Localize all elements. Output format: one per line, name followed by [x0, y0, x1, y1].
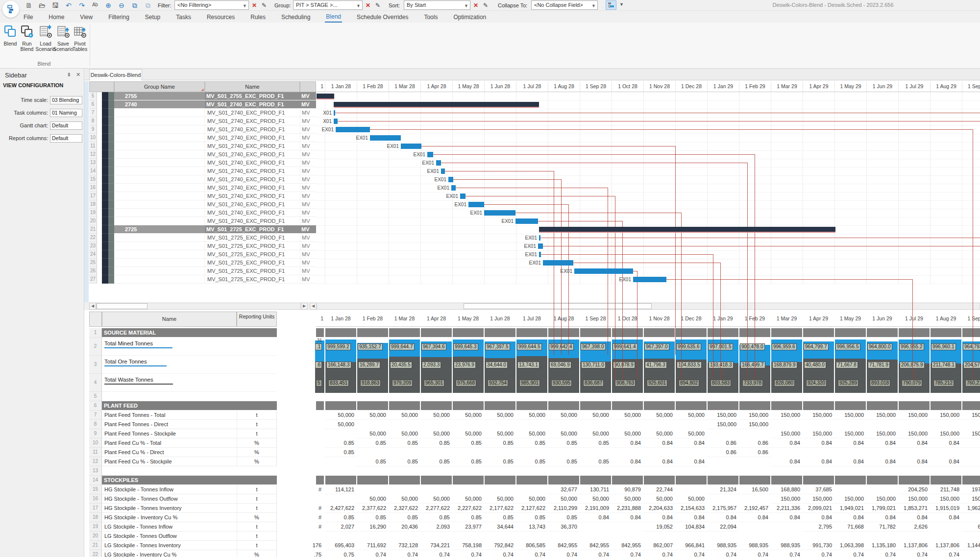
task-name-cell[interactable]: MV_S01_2740_EXC_PROD_F1 [205, 109, 300, 117]
task-name-cell[interactable]: MV_S01_2740_EXC_PROD_F1 [205, 100, 300, 109]
ribbon-tab-tools[interactable]: Tools [423, 12, 439, 22]
sidebar-field-reportcolumns[interactable]: Default [50, 134, 82, 143]
new-document-icon[interactable]: 🗎 [24, 0, 34, 10]
task-name-cell[interactable]: MV_S01_2740_EXC_PROD_F1 [205, 159, 300, 167]
group-name-cell[interactable]: 2740 [114, 100, 205, 109]
gantt-task-bar[interactable] [574, 268, 633, 274]
task-name-cell[interactable]: MV_S01_2725_EXC_PROD_F1 [205, 242, 300, 250]
table-hscroll-right-button[interactable]: ▶ [301, 303, 308, 310]
group-name-cell[interactable]: 2755 [114, 92, 205, 100]
doc-tab[interactable]: Deswik-Colors-Blend [89, 69, 142, 80]
task-name-cell[interactable]: MV_S01_2740_EXC_PROD_F1 [205, 175, 300, 184]
ribbon-tab-optimization[interactable]: Optimization [452, 12, 487, 22]
ribbon-tab-rules[interactable]: Rules [249, 12, 267, 22]
chevron-down-icon[interactable]: ▼ [619, 2, 624, 7]
group-edit-icon[interactable]: ✎ [375, 0, 380, 10]
gantt-task-bar[interactable] [370, 135, 401, 141]
broken-link-icon[interactable]: ⧉ [143, 0, 153, 10]
gantt-task-bar[interactable] [468, 202, 484, 207]
task-name-cell[interactable]: MV_S01_2725_EXC_PROD_F1 [205, 275, 300, 284]
sidebar-field-ganttchart[interactable]: Default [50, 121, 82, 130]
task-name-cell[interactable]: MV_S01_2740_EXC_PROD_F1 [205, 184, 300, 192]
ribbon-tab-view[interactable]: View [79, 12, 94, 22]
task-name-cell[interactable]: MV_S01_2740_EXC_PROD_F1 [205, 167, 300, 175]
gantt-task-bar[interactable] [401, 144, 421, 149]
gantt-task-bar[interactable] [334, 110, 335, 116]
zoom-in-icon[interactable]: ⊕ [103, 0, 114, 10]
task-name-cell[interactable]: MV_S01_2755_EXC_PROD_F1 [205, 92, 300, 100]
task-name-cell[interactable]: MV_S01_2740_EXC_PROD_F1 [205, 192, 300, 200]
ribbon-tab-filtering[interactable]: Filtering [107, 12, 130, 22]
gantt-task-bar[interactable] [543, 260, 573, 266]
task-name-cell[interactable]: MV_S01_2740_EXC_PROD_F1 [205, 200, 300, 209]
gantt-task-bar[interactable] [539, 252, 541, 257]
color-task-bars-button[interactable] [606, 0, 616, 10]
gantt-task-bar[interactable] [441, 169, 445, 174]
gantt-task-bar[interactable] [484, 210, 515, 216]
table-hscroll-left-button[interactable]: ◀ [89, 303, 96, 310]
pin-icon[interactable]: ⇟ [67, 72, 71, 78]
gantt-task-bar[interactable] [451, 185, 456, 191]
ribbon-tab-blend[interactable]: Blend [325, 12, 342, 23]
gantt-hscroll-thumb[interactable] [464, 303, 652, 309]
rename-icon[interactable]: ᴬᵇ [90, 0, 100, 10]
pivot-button[interactable]: Pivot Tables [72, 24, 88, 60]
report-legend-link[interactable]: Total Mined Tonnes [104, 340, 172, 348]
ribbon-tab-scheduling[interactable]: Scheduling [280, 12, 311, 22]
save-icon[interactable]: 🖫 [50, 0, 61, 10]
chevron-down-icon[interactable]: ▼ [243, 2, 247, 10]
ribbon-tab-setup[interactable]: Setup [144, 12, 161, 22]
task-name-cell[interactable]: MV_S01_2725_EXC_PROD_F1 [205, 225, 300, 234]
gantt-task-bar[interactable] [633, 277, 666, 282]
gantt-task-bar[interactable] [538, 243, 543, 249]
sort-clear-icon[interactable]: ✕ [473, 0, 478, 10]
ribbon-tab-schedule-overrides[interactable]: Schedule Overrides [356, 12, 409, 22]
chevron-down-icon[interactable]: ▼ [356, 2, 361, 10]
sidebar-field-timescale[interactable]: 03 Blending [50, 96, 82, 104]
gantt-summary-bar[interactable] [317, 94, 334, 98]
run-blend-button[interactable]: Run Blend [19, 24, 35, 60]
group-clear-icon[interactable]: ✕ [366, 0, 370, 10]
task-name-cell[interactable]: MV_S01_2725_EXC_PROD_F1 [205, 234, 300, 242]
task-name-cell[interactable]: MV_S01_2740_EXC_PROD_F1 [205, 125, 300, 134]
collapse-to-combo[interactable]: <No Collapse Field>▼ [531, 0, 598, 10]
close-icon[interactable]: ✕ [76, 72, 80, 78]
sort-combo[interactable]: By Start▼ [404, 0, 470, 10]
report-name-header[interactable]: Name [102, 312, 237, 327]
gantt-task-bar[interactable] [436, 160, 441, 166]
gantt-hscroll-left-button[interactable]: ◀ [310, 303, 317, 310]
task-name-cell[interactable]: MV_S01_2740_EXC_PROD_F1 [205, 142, 300, 150]
filter-combo[interactable]: <No Filtering>▼ [174, 0, 249, 10]
link-icon[interactable]: ⧉ [129, 0, 140, 10]
task-name-cell[interactable]: MV_S01_2740_EXC_PROD_F1 [205, 117, 300, 125]
table-hscroll-thumb[interactable] [97, 303, 147, 309]
gantt-task-bar[interactable] [460, 194, 466, 199]
gantt-task-bar[interactable] [539, 235, 540, 241]
task-name-cell[interactable]: MV_S01_2725_EXC_PROD_F1 [205, 250, 300, 259]
ribbon-tab-file[interactable]: File [23, 12, 34, 22]
task-name-cell[interactable]: MV_S01_2725_EXC_PROD_F1 [205, 267, 300, 275]
redo-icon[interactable]: ↷ [76, 0, 87, 10]
group-combo[interactable]: PIT > STAGE >...▼ [293, 0, 363, 10]
zoom-out-icon[interactable]: ⊖ [116, 0, 127, 10]
ribbon-tab-resources[interactable]: Resources [206, 12, 236, 22]
filter-edit-icon[interactable]: ✎ [262, 0, 267, 10]
open-icon[interactable]: 🗁 [37, 0, 48, 10]
report-legend-link[interactable]: Total Waste Tonnes [104, 377, 173, 385]
gantt-summary-bar[interactable] [334, 102, 539, 107]
task-name-cell[interactable]: MV_S01_2725_EXC_PROD_F1 [205, 259, 300, 267]
gantt-name-header[interactable]: Name [205, 81, 300, 92]
ribbon-tab-home[interactable]: Home [48, 12, 65, 22]
gantt-task-bar[interactable] [515, 218, 538, 224]
group-name-cell[interactable]: 2725 [114, 225, 205, 234]
report-legend-link[interactable]: Total Ore Tonnes [104, 359, 167, 366]
gantt-summary-bar[interactable] [539, 227, 835, 232]
ribbon-tab-tasks[interactable]: Tasks [175, 12, 192, 22]
gantt-task-bar[interactable] [427, 152, 433, 157]
undo-icon[interactable]: ↶ [63, 0, 74, 10]
chevron-down-icon[interactable]: ▼ [464, 2, 468, 10]
report-units-header[interactable]: Reporting Units [237, 312, 277, 327]
gantt-task-bar[interactable] [334, 119, 338, 124]
task-name-cell[interactable]: MV_S01_2740_EXC_PROD_F1 [205, 150, 300, 159]
task-name-cell[interactable]: MV_S01_2740_EXC_PROD_F1 [205, 217, 300, 225]
